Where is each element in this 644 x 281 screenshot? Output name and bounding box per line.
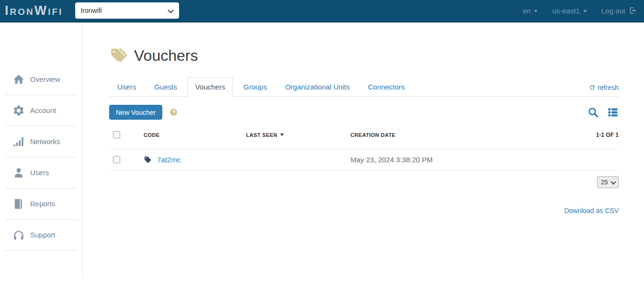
top-navbar: IronWifi Ironwifi en us-east1 Log out — [0, 0, 644, 22]
sidebar-item-label: Account — [30, 106, 56, 114]
ironwifi-logo: IronWifi — [5, 4, 63, 17]
refresh-label: refresh — [598, 84, 619, 91]
navbar-right: en us-east1 Log out — [523, 6, 637, 15]
table-row: 7at2mc May 23, 2024 3:38:20 PM — [109, 149, 619, 170]
account-select-wrap: Ironwifi — [75, 2, 179, 19]
sidebar-item-overview[interactable]: Overview — [0, 64, 82, 95]
language-label: en — [523, 7, 531, 15]
sidebar-item-reports[interactable]: Reports — [0, 189, 82, 219]
list-view-icon[interactable] — [607, 107, 619, 118]
sidebar-item-label: Networks — [30, 137, 60, 146]
refresh-button[interactable]: refresh — [589, 84, 619, 91]
person-icon — [12, 166, 25, 179]
language-dropdown[interactable]: en — [523, 7, 538, 15]
page-title: Vouchers — [134, 47, 198, 65]
voucher-code-link[interactable]: 7at2mc — [157, 156, 181, 164]
logout-button[interactable]: Log out — [601, 6, 637, 15]
chevron-down-icon — [583, 10, 587, 12]
download-row: Download as CSV — [109, 206, 619, 215]
tab-bar: Users Guests Vouchers Groups Organizatio… — [109, 77, 619, 97]
logout-label: Log out — [601, 7, 625, 15]
row-checkbox[interactable] — [113, 156, 120, 163]
account-select[interactable]: Ironwifi — [75, 2, 179, 19]
tab-users[interactable]: Users — [109, 77, 144, 97]
sidebar-divider — [5, 250, 77, 251]
sidebar-item-support[interactable]: Support — [0, 220, 82, 250]
tab-groups[interactable]: Groups — [235, 77, 275, 97]
sidebar-item-label: Reports — [30, 200, 56, 208]
sidebar-item-label: Overview — [30, 75, 60, 83]
download-csv-link[interactable]: Download as CSV — [564, 207, 619, 214]
toolbar: New Voucher ? — [109, 105, 619, 120]
table-header: CODE LAST SEEN CREATION DATE 1-1 OF 1 — [109, 120, 619, 149]
region-dropdown[interactable]: us-east1 — [552, 7, 587, 15]
column-header-code[interactable]: CODE — [144, 132, 246, 138]
tab-guests[interactable]: Guests — [146, 77, 185, 97]
book-icon — [12, 197, 25, 210]
code-cell: 7at2mc — [144, 156, 246, 164]
tags-icon — [109, 46, 128, 65]
tag-icon — [144, 156, 152, 164]
refresh-icon — [589, 84, 596, 91]
header-checkbox-cell — [109, 131, 144, 138]
page-size-select-wrap: 25 — [597, 176, 619, 188]
select-all-checkbox[interactable] — [113, 131, 120, 138]
sidebar-item-networks[interactable]: Networks — [0, 126, 82, 157]
headphones-icon — [12, 228, 25, 241]
help-icon[interactable]: ? — [170, 109, 177, 116]
sidebar-item-users[interactable]: Users — [0, 157, 82, 188]
sidebar-item-label: Support — [30, 231, 56, 239]
chevron-down-icon — [534, 10, 538, 12]
view-tools — [588, 107, 619, 118]
column-header-last-seen[interactable]: LAST SEEN — [246, 132, 350, 138]
sidebar-item-account[interactable]: Account — [0, 95, 82, 126]
sort-caret-icon — [280, 134, 284, 136]
creation-date-cell: May 23, 2024 3:38:20 PM — [350, 156, 561, 164]
region-label: us-east1 — [552, 7, 580, 15]
row-checkbox-cell — [109, 156, 144, 163]
search-icon[interactable] — [588, 107, 599, 118]
main-content: Vouchers Users Guests Vouchers Groups Or… — [82, 22, 644, 280]
page-size-select[interactable]: 25 — [597, 176, 619, 188]
tab-organizational-units[interactable]: Organizational Units — [277, 77, 358, 97]
home-icon — [12, 73, 25, 86]
sidebar: Overview Account Networks Users — [0, 22, 82, 280]
column-header-creation-date[interactable]: CREATION DATE — [350, 132, 561, 138]
signal-bars-icon — [12, 135, 25, 148]
pagination: 25 — [109, 176, 619, 188]
tab-connectors[interactable]: Connectors — [360, 77, 413, 97]
page-header: Vouchers — [109, 46, 619, 65]
column-header-label: LAST SEEN — [246, 132, 277, 138]
result-count: 1-1 OF 1 — [561, 132, 619, 138]
sidebar-item-label: Users — [30, 169, 49, 177]
logout-icon — [629, 6, 637, 15]
gear-icon — [12, 104, 25, 117]
tab-vouchers[interactable]: Vouchers — [187, 77, 234, 97]
new-voucher-button[interactable]: New Voucher — [109, 105, 162, 120]
